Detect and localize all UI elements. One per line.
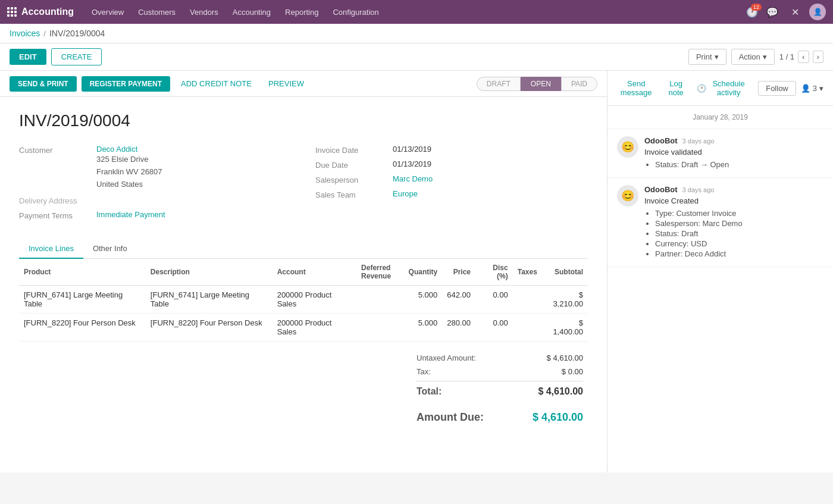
payment-terms-label: Payment Terms: [19, 210, 96, 220]
col-account: Account: [273, 259, 356, 286]
invoice-date-label: Invoice Date: [315, 145, 393, 155]
cell-taxes: [513, 286, 542, 314]
chatter-list-1: Status: Draft → Open: [644, 160, 823, 169]
chat-icon[interactable]: 💬: [764, 4, 781, 20]
sales-team-value[interactable]: Europe: [393, 189, 418, 198]
table-row[interactable]: [FURN_6741] Large Meeting Table [FURN_67…: [19, 286, 588, 314]
chatter-panel: Send message Log note 🕐 Schedule activit…: [607, 71, 833, 472]
customer-name[interactable]: Deco Addict: [96, 145, 162, 154]
col-deferred: Deferred Revenue: [356, 259, 404, 286]
nav-customers[interactable]: Customers: [132, 0, 181, 24]
preview-button[interactable]: PREVIEW: [262, 76, 310, 92]
add-credit-note-button[interactable]: ADD CREDIT NOTE: [175, 76, 258, 92]
list-item: Type: Customer Invoice: [655, 209, 823, 218]
navbar-brand[interactable]: Accounting: [7, 7, 74, 17]
action-button[interactable]: Action ▾: [731, 49, 775, 65]
col-disc: Disc (%): [475, 259, 513, 286]
nav-accounting[interactable]: Accounting: [227, 0, 277, 24]
chatter-date-divider: January 28, 2019: [607, 106, 833, 129]
next-record-button[interactable]: ›: [813, 51, 823, 63]
tax-row: Tax: $ 0.00: [416, 365, 583, 378]
chatter-time-2: 3 days ago: [682, 186, 715, 193]
sales-team-row: Sales Team Europe: [315, 189, 588, 199]
breadcrumb-current: INV/2019/0004: [49, 29, 105, 38]
customer-label: Customer: [19, 145, 96, 155]
send-message-button[interactable]: Send message: [617, 77, 655, 99]
nav-overview[interactable]: Overview: [86, 0, 130, 24]
salesperson-row: Salesperson Marc Demo: [315, 174, 588, 184]
nav-vendors[interactable]: Vendors: [184, 0, 224, 24]
col-description: Description: [146, 259, 273, 286]
status-paid[interactable]: PAID: [561, 77, 597, 91]
delivery-address-label: Delivery Address: [19, 195, 96, 205]
send-print-button[interactable]: SEND & PRINT: [10, 76, 77, 92]
cell-account: 200000 Product Sales: [273, 286, 356, 314]
follower-count: 👤 3 ▾: [801, 84, 823, 93]
prev-record-button[interactable]: ‹: [798, 51, 809, 63]
follower-number: 3: [813, 84, 817, 93]
follow-button[interactable]: Follow: [758, 81, 796, 96]
tax-label: Tax:: [416, 367, 431, 376]
create-button[interactable]: CREATE: [51, 48, 102, 65]
chatter-header-1: OdooBot 3 days ago: [644, 136, 823, 145]
chatter-avatar-2: 😊: [617, 185, 638, 206]
nav-reporting[interactable]: Reporting: [279, 0, 324, 24]
cell-product: [FURN_6741] Large Meeting Table: [19, 286, 146, 314]
address-line2: Franklin WV 26807: [96, 166, 162, 179]
breadcrumb: Invoices / INV/2019/0004: [0, 24, 833, 43]
salesperson-label: Salesperson: [315, 174, 393, 184]
action-bar: EDIT CREATE Print ▾ Action ▾ 1 / 1 ‹ ›: [0, 43, 833, 71]
chatter-time-1: 3 days ago: [682, 137, 715, 145]
chatter-author-1: OdooBot: [644, 136, 678, 145]
invoice-date-row: Invoice Date 01/13/2019: [315, 145, 588, 155]
avatar[interactable]: 👤: [809, 4, 826, 20]
form-fields: Customer Deco Addict 325 Elsie Drive Fra…: [19, 145, 588, 225]
salesperson-value[interactable]: Marc Demo: [393, 174, 433, 183]
cell-deferred: [356, 286, 404, 314]
register-payment-button[interactable]: REGISTER PAYMENT: [82, 76, 170, 92]
edit-button[interactable]: EDIT: [10, 49, 46, 65]
nav-configuration[interactable]: Configuration: [327, 0, 384, 24]
col-price: Price: [442, 259, 475, 286]
untaxed-row: Untaxed Amount: $ 4,610.00: [416, 351, 583, 365]
chatter-list-2: Type: Customer Invoice Salesperson: Marc…: [644, 209, 823, 258]
apps-icon[interactable]: [7, 7, 17, 17]
untaxed-label: Untaxed Amount:: [416, 353, 476, 362]
close-icon[interactable]: ✕: [787, 4, 803, 20]
customer-value-block: Deco Addict 325 Elsie Drive Franklin WV …: [96, 145, 162, 190]
follower-chevron-icon[interactable]: ▾: [819, 84, 823, 93]
tab-other-info[interactable]: Other Info: [83, 239, 137, 259]
form-area: SEND & PRINT REGISTER PAYMENT ADD CREDIT…: [0, 71, 607, 472]
log-note-button[interactable]: Log note: [665, 77, 687, 99]
status-open[interactable]: OPEN: [521, 77, 561, 91]
col-taxes: Taxes: [513, 259, 542, 286]
customer-address: 325 Elsie Drive Franklin WV 26807 United…: [96, 154, 162, 190]
col-subtotal: Subtotal: [542, 259, 588, 286]
notification-icon[interactable]: 🕐 12: [746, 7, 758, 18]
notification-badge: 12: [751, 4, 762, 11]
table-row[interactable]: [FURN_8220] Four Person Desk [FURN_8220]…: [19, 314, 588, 342]
chatter-content-2: OdooBot 3 days ago Invoice Created Type:…: [644, 185, 823, 259]
breadcrumb-parent[interactable]: Invoices: [10, 29, 40, 38]
payment-terms-value[interactable]: Immediate Payment: [96, 210, 165, 219]
chatter-author-2: OdooBot: [644, 185, 678, 194]
cell-disc: 0.00: [475, 286, 513, 314]
cell-subtotal: $ 3,210.00: [542, 286, 588, 314]
cell-description: [FURN_6741] Large Meeting Table: [146, 286, 273, 314]
schedule-activity-button[interactable]: 🕐 Schedule activity: [697, 77, 749, 99]
invoice-lines-table: Product Description Account Deferred Rev…: [19, 259, 588, 342]
cell-quantity: 5.000: [404, 286, 443, 314]
tab-invoice-lines[interactable]: Invoice Lines: [19, 239, 83, 259]
delivery-address-row: Delivery Address: [19, 195, 292, 205]
col-quantity: Quantity: [404, 259, 443, 286]
total-row: Total: $ 4,610.00: [416, 381, 583, 402]
status-draft[interactable]: DRAFT: [477, 77, 521, 91]
print-button[interactable]: Print ▾: [688, 49, 726, 65]
untaxed-value: $ 4,610.00: [536, 353, 583, 362]
cell-disc: 0.00: [475, 314, 513, 342]
print-chevron-icon: ▾: [715, 52, 719, 61]
cell-taxes: [513, 314, 542, 342]
print-label: Print: [696, 52, 712, 61]
due-date-label: Due Date: [315, 159, 393, 170]
list-item: Partner: Deco Addict: [655, 249, 823, 258]
